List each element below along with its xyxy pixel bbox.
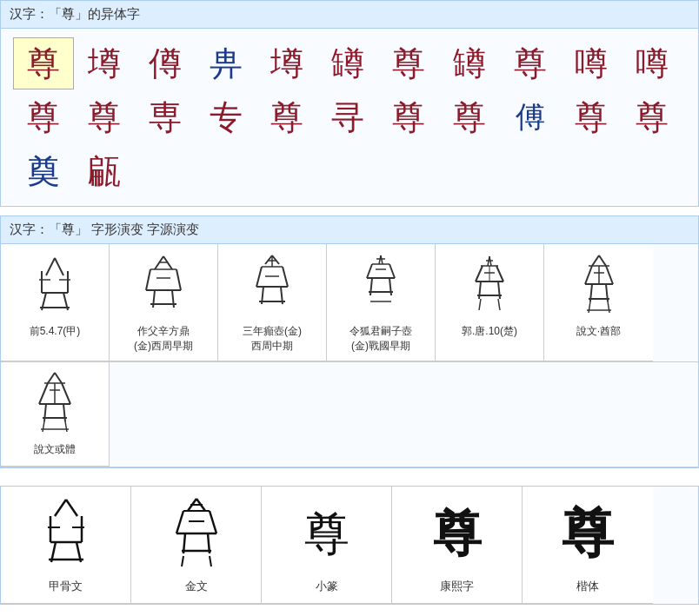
variant-section: 尊 墫 僔 畁 墫 罇 尊 罇 尊 噂 噂 尊 尊 専 专 尊 寻 尊 尊 傅 … [0,29,699,207]
variant-char-22[interactable]: 奠 [13,145,74,197]
evolution-grid: 前5.4.7(甲) 作父辛方鼎(金)西周早期 [1,244,698,362]
bottom-cell-regular: 尊 楷体 [523,487,653,604]
variant-char-2[interactable]: 僔 [135,37,196,89]
svg-line-14 [146,269,150,290]
variant-char-16[interactable]: 寻 [317,91,378,143]
bottom-char-bronze [166,495,227,573]
variant-char-8[interactable]: 尊 [500,37,561,89]
svg-line-109 [210,556,211,566]
bottom-caption-seal: 小篆 [316,579,338,594]
evo-caption-4: 令狐君嗣子壺(金)戰國早期 [350,324,412,354]
evo-char-6 [573,251,625,321]
evo-char-1 [29,251,81,321]
bottom-caption-kangxi: 康熙字 [440,579,474,594]
evo-cell-6: 說文·酋部 [544,244,653,361]
svg-line-84 [43,421,44,432]
evo-caption-2: 作父辛方鼎(金)西周早期 [134,324,193,354]
variant-char-11[interactable]: 尊 [13,91,74,143]
bottom-grid: 甲骨文 [1,487,698,604]
svg-line-1 [55,258,63,275]
svg-line-85 [65,421,67,432]
variant-char-19[interactable]: 傅 [500,91,561,143]
evo-char-5 [463,251,516,321]
svg-line-58 [498,299,500,310]
variant-char-21[interactable]: 尊 [622,91,682,143]
evo-char-2 [137,251,190,321]
variant-char-0[interactable]: 尊 [13,37,74,89]
svg-line-108 [182,556,183,566]
bottom-char-kangxi: 尊 [433,495,482,573]
variant-char-9[interactable]: 噂 [561,37,622,89]
evo-caption-7: 說文或體 [34,442,76,457]
variant-char-13[interactable]: 専 [135,91,196,143]
bottom-char-oracle [36,495,97,573]
svg-line-38 [389,264,395,278]
evo-char-3 [246,251,298,321]
evo-char-4 [355,251,407,321]
variant-grid: 尊 墫 僔 畁 墫 罇 尊 罇 尊 噂 噂 尊 尊 専 专 尊 寻 尊 尊 傅 … [13,37,686,197]
bottom-char-seal: 尊 [304,495,350,573]
svg-line-88 [66,500,77,516]
svg-line-77 [62,383,70,404]
variant-char-7[interactable]: 罇 [439,37,500,89]
evo-caption-6: 說文·酋部 [576,324,621,339]
svg-line-26 [256,267,262,287]
variant-char-3[interactable]: 畁 [196,37,256,89]
evolution-header: 汉字：「尊」 字形演变 字源演变 [0,215,699,244]
evo-caption-5: 郭.唐.10(楚) [462,324,517,339]
bottom-char-regular: 尊 [562,495,614,573]
bottom-caption-oracle: 甲骨文 [49,579,83,594]
variant-char-10[interactable]: 噂 [622,37,682,89]
svg-line-73 [48,373,55,383]
evolution-section: 前5.4.7(甲) 作父辛方鼎(金)西周早期 [0,244,699,468]
variant-char-4[interactable]: 墫 [256,37,317,89]
bottom-cell-oracle: 甲骨文 [1,487,131,604]
svg-line-49 [476,266,483,282]
svg-line-34 [381,255,383,264]
evo-char-7 [29,369,81,439]
svg-line-70 [589,301,590,313]
svg-line-22 [272,255,279,264]
bottom-caption-regular: 楷体 [576,579,599,594]
svg-line-102 [210,511,216,533]
svg-line-0 [46,258,55,275]
variant-char-20[interactable]: 尊 [561,91,622,143]
svg-line-50 [496,266,503,282]
evo-caption-1: 前5.4.7(甲) [30,324,81,339]
variant-char-1[interactable]: 墫 [74,37,135,89]
svg-line-37 [367,264,372,278]
bottom-cell-kangxi: 尊 康熙字 [392,487,523,604]
variant-char-15[interactable]: 尊 [256,91,317,143]
evo-cell-7: 說文或體 [1,362,110,467]
svg-line-59 [592,255,599,266]
variant-char-12[interactable]: 尊 [74,91,135,143]
svg-line-60 [599,255,606,266]
svg-line-21 [265,255,272,264]
variant-char-6[interactable]: 尊 [378,37,439,89]
evo-cell-4: 令狐君嗣子壺(金)戰國早期 [327,244,436,361]
bottom-cell-seal: 尊 小篆 [262,487,392,604]
svg-line-101 [176,511,183,533]
bottom-section: 甲骨文 [0,486,699,605]
bottom-caption-bronze: 金文 [185,579,208,594]
bottom-cell-bronze: 金文 [131,487,262,604]
variant-char-14[interactable]: 专 [196,91,256,143]
variant-header: 汉字：「尊」的异体字 [0,0,699,29]
evo-cell-2: 作父辛方鼎(金)西周早期 [110,244,218,361]
svg-line-74 [55,373,62,383]
evo-cell-5: 郭.唐.10(楚) [436,244,544,361]
svg-line-15 [176,269,181,290]
svg-line-63 [606,266,613,284]
variant-char-17[interactable]: 尊 [378,91,439,143]
evo-cell-1: 前5.4.7(甲) [1,244,110,361]
evo-cell-3: 三年癲壺(金)西周中期 [218,244,327,361]
evolution-grid-row2: 說文或體 [1,362,698,467]
svg-line-27 [283,267,288,287]
svg-line-62 [585,266,592,284]
svg-line-71 [608,301,609,313]
svg-line-76 [39,383,48,404]
variant-char-18[interactable]: 尊 [439,91,500,143]
variant-char-5[interactable]: 罇 [317,37,378,89]
variant-char-23[interactable]: 甂 [74,145,135,197]
svg-line-87 [55,500,66,516]
